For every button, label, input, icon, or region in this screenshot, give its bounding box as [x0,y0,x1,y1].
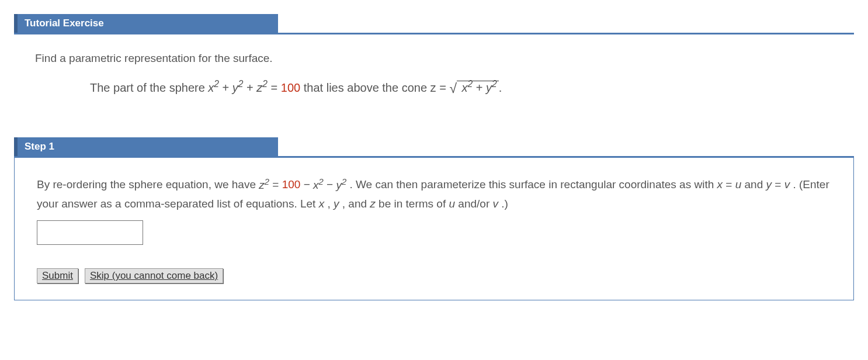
step1-y: y2 [336,179,346,191]
step1-letz: z [370,198,376,210]
radical-icon: √ [449,81,457,96]
plus2: + [246,81,256,94]
button-row: Submit Skip (you cannot come back) [37,268,831,283]
step1-text1a: By re-ordering the sphere equation, we h… [37,179,259,191]
step1-letv: v [493,198,499,210]
sphere-x: x2 [208,81,219,94]
intro-text: Find a parametric representation for the… [35,52,854,65]
step1-and: and [745,179,766,191]
problem-mid: that lies above the cone z = [304,81,450,94]
step1-minus1: − [304,179,313,191]
plus1: + [223,81,232,94]
step1-letx: x [319,198,325,210]
answer-input[interactable] [37,220,143,245]
step1-yeq-y: y [766,179,772,191]
step1-equ1: = [725,179,735,191]
step1-val: 100 [282,179,301,191]
step1-lety: y [334,198,339,210]
step1-box: By re-ordering the sphere equation, we h… [14,156,854,300]
step1-text1e: .) [501,198,508,210]
page-container: Tutorial Exercise Find a parametric repr… [0,0,868,314]
skip-button[interactable]: Skip (you cannot come back) [85,268,223,283]
step1-letu: u [449,198,455,210]
sphere-z: z2 [256,81,268,94]
step1-xeq-x: x [717,179,723,191]
problem-statement: The part of the sphere x2 + y2 + z2 = 10… [90,78,854,96]
sqrt-expression: √ x2 + y2 [449,78,498,96]
step1-text1d: be in terms of [379,198,449,210]
sphere-y: y2 [232,81,244,94]
step1-equ2: = [775,179,784,191]
submit-button[interactable]: Submit [37,268,78,283]
problem-prefix: The part of the sphere [90,81,208,94]
step1-comma1: , [327,198,334,210]
step1-z: z2 [259,179,269,191]
tutorial-header: Tutorial Exercise [14,14,278,33]
sqrt-plus: + [476,81,486,94]
sqrt-x: x2 [462,81,473,94]
step1-text: By re-ordering the sphere equation, we h… [37,174,831,213]
tutorial-header-rule [14,33,854,34]
step1-andor: and/or [458,198,492,210]
step1-text1b: . We can then parameterize this surface … [349,179,717,191]
step1-header: Step 1 [14,137,278,156]
step1-comma2: , and [342,198,370,210]
step1-minus2: − [327,179,336,191]
step1-eq: = [272,179,282,191]
step1-x: x2 [313,179,324,191]
step1-v: v [784,179,790,191]
step1-u: u [735,179,742,191]
sphere-value: 100 [281,81,300,94]
sqrt-y: y2 [486,81,497,94]
eq-sign: = [271,81,281,94]
problem-end: . [499,81,502,94]
